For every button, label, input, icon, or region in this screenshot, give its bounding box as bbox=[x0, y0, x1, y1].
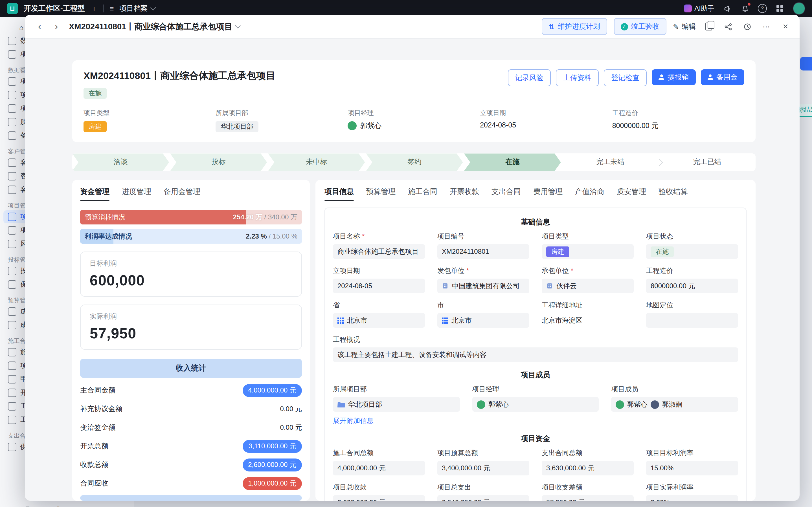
sidebar-item-icon bbox=[8, 77, 16, 86]
menu-icon[interactable]: ≡ bbox=[109, 4, 114, 13]
edit-button[interactable]: ✎ 编辑 bbox=[673, 22, 696, 31]
sidebar-item-icon bbox=[8, 348, 16, 356]
summary-action-button[interactable]: 记录风险 bbox=[508, 69, 551, 86]
workspace-title[interactable]: 开发工作区-工程型 bbox=[24, 3, 85, 13]
left-tab[interactable]: 备用金管理 bbox=[164, 187, 200, 201]
sort-arrows-icon: ⇅ bbox=[548, 22, 554, 31]
field-manager: 项目经理 郭紫心 bbox=[472, 385, 599, 426]
summary-action-button[interactable]: 备用金 bbox=[701, 69, 744, 85]
background-primary-button-fragment[interactable] bbox=[800, 57, 812, 70]
next-record-button[interactable]: › bbox=[50, 20, 63, 33]
sidebar-item-icon bbox=[8, 118, 16, 126]
clipped-button-fragment[interactable] bbox=[80, 496, 302, 501]
project-summary-card: XM2024110801丨商业综合体施工总承包项目 在施 记录风险 上 bbox=[72, 60, 756, 143]
stepper-step[interactable]: 未中标 bbox=[268, 154, 365, 171]
sidebar-item-icon bbox=[8, 185, 16, 194]
field-code: 项目编号 XM2024110801 bbox=[437, 232, 529, 259]
left-tab[interactable]: 进度管理 bbox=[122, 187, 151, 201]
avatar bbox=[616, 400, 625, 409]
more-footer-icon[interactable]: ⋯ bbox=[82, 506, 89, 507]
field-name: 项目名称 商业综合体施工总承包项目 bbox=[333, 232, 425, 259]
app-logo-icon[interactable]: ⊔ bbox=[7, 3, 18, 14]
right-tab[interactable]: 验收结算 bbox=[658, 187, 688, 201]
section-basic-info: 基础信息 bbox=[333, 217, 738, 228]
field-type: 项目类型 房建 bbox=[542, 232, 634, 259]
right-tab[interactable]: 支出合同 bbox=[491, 187, 521, 201]
summary-action-button[interactable]: 上传资料 bbox=[556, 69, 599, 86]
fund-field: 项目目标利润率 15.00% bbox=[646, 449, 738, 476]
manage-icon: ⊞ bbox=[8, 506, 13, 507]
close-button[interactable]: × bbox=[779, 20, 792, 33]
section-members: 项目成员 bbox=[333, 370, 738, 380]
prev-record-button[interactable]: ‹ bbox=[33, 20, 46, 33]
stepper-step[interactable]: 签约 bbox=[366, 154, 463, 171]
right-tab[interactable]: 预算管理 bbox=[366, 187, 395, 201]
ai-assistant-button[interactable]: AI助手 bbox=[684, 4, 714, 13]
member-chip: 郭淑娴 bbox=[651, 400, 683, 409]
stepper-step[interactable]: 完工已结 bbox=[659, 154, 756, 171]
sidebar-item-icon bbox=[8, 361, 16, 370]
apps-grid-icon[interactable] bbox=[775, 4, 784, 13]
sidebar-item-icon bbox=[8, 443, 16, 451]
sidebar-item-icon bbox=[8, 375, 16, 384]
field-contractor: 承包单位 伙伴云 bbox=[542, 267, 634, 293]
sidebar-item-icon bbox=[8, 50, 16, 59]
app-root: 标结果 ⊔ 开发工作区-工程型 + ≡ 项目档案 AI助手 ? bbox=[0, 0, 812, 507]
field-project-type: 项目类型 房建 bbox=[84, 109, 216, 132]
title-chevron-down-icon[interactable] bbox=[235, 23, 241, 29]
stepper-step[interactable]: 洽谈 bbox=[72, 154, 169, 171]
right-tab[interactable]: 施工合同 bbox=[408, 187, 437, 201]
right-tab[interactable]: 开票收款 bbox=[450, 187, 479, 201]
nav-tab-project-archive[interactable]: 项目档案 bbox=[119, 4, 155, 13]
summary-action-button[interactable]: 提报销 bbox=[652, 69, 696, 85]
modal-body: XM2024110801丨商业综合体施工总承包项目 在施 记录风险 上 bbox=[25, 39, 800, 501]
completion-acceptance-button[interactable]: ✓ 竣工验收 bbox=[614, 18, 666, 35]
stepper-step[interactable]: 投标 bbox=[170, 154, 267, 171]
actual-profit-card: 实际利润 57,950 bbox=[80, 305, 302, 350]
fund-field: 项目总支出 2,542,050.00 元 bbox=[437, 483, 529, 501]
megaphone-icon[interactable] bbox=[723, 4, 732, 13]
manage-button[interactable]: ⊞ 管理 bbox=[8, 505, 30, 507]
right-tab[interactable]: 产值洽商 bbox=[575, 187, 604, 201]
add-workspace-icon[interactable]: + bbox=[91, 4, 98, 13]
project-type-tag: 房建 bbox=[84, 121, 107, 132]
share-button[interactable] bbox=[722, 20, 734, 33]
field-overview: 工程概况 该工程主要包括土建工程、设备安装和调试等内容 bbox=[333, 335, 738, 362]
folder-icon bbox=[337, 401, 345, 408]
bell-icon[interactable] bbox=[740, 4, 749, 13]
user-avatar[interactable] bbox=[793, 2, 805, 15]
field-city: 市 北京市 bbox=[437, 301, 529, 328]
right-tabs: 项目信息 预算管理 施工合同 开票收款 支出合同 费用管理 产值洽商 bbox=[324, 187, 747, 201]
money-row: 收款总额 2,600,000.00 元 bbox=[80, 456, 302, 474]
profit-rate-bar: 利润率达成情况 2.23 % / 15.00 % bbox=[80, 229, 302, 244]
stage-stepper: 洽谈 投标 未中标 签约 在施 完工未结 完工已结 bbox=[72, 154, 756, 171]
help-icon[interactable]: ? bbox=[758, 4, 767, 13]
department-tag: 华北项目部 bbox=[216, 121, 258, 132]
summary-action-button[interactable]: 登记检查 bbox=[604, 69, 647, 86]
right-tab[interactable]: 质安管理 bbox=[617, 187, 646, 201]
money-row: 补充协议金额 0.00 元 bbox=[80, 400, 302, 419]
members-button[interactable]: ◫ 成员 bbox=[45, 505, 67, 507]
money-rows: 主合同金额 4,000,000.00 元 补充协议金额 0.00 元 变洽签金额 bbox=[80, 382, 302, 493]
stepper-step[interactable]: 在施 bbox=[464, 154, 561, 171]
income-stats-button[interactable]: 收入统计 bbox=[80, 359, 302, 378]
summary-fields: 项目类型 房建 所属项目部 华北项目部 项目经理 郭紫心 bbox=[84, 109, 744, 132]
history-button[interactable] bbox=[741, 20, 753, 33]
right-tab[interactable]: 费用管理 bbox=[533, 187, 562, 201]
right-tab[interactable]: 项目信息 bbox=[324, 187, 354, 201]
topbar-right: AI助手 ? bbox=[684, 2, 805, 15]
sidebar-item-icon bbox=[8, 159, 16, 167]
expand-extra-info-link[interactable]: 展开附加信息 bbox=[333, 416, 374, 426]
more-button[interactable]: ⋯ bbox=[760, 20, 772, 33]
field-date: 立项日期 2024-08-05 bbox=[333, 267, 425, 293]
field-province: 省 北京市 bbox=[333, 301, 425, 328]
copy-button[interactable] bbox=[703, 20, 715, 33]
left-tabs: 资金管理 进度管理 备用金管理 bbox=[80, 187, 302, 201]
chevron-down-icon bbox=[150, 5, 156, 10]
left-tab[interactable]: 资金管理 bbox=[80, 187, 109, 201]
stepper-step[interactable]: 完工未结 bbox=[562, 154, 659, 171]
clock-icon bbox=[744, 23, 751, 30]
building-icon bbox=[546, 283, 553, 290]
copy-icon bbox=[705, 22, 712, 31]
maintain-schedule-button[interactable]: ⇅ 维护进度计划 bbox=[542, 18, 607, 35]
